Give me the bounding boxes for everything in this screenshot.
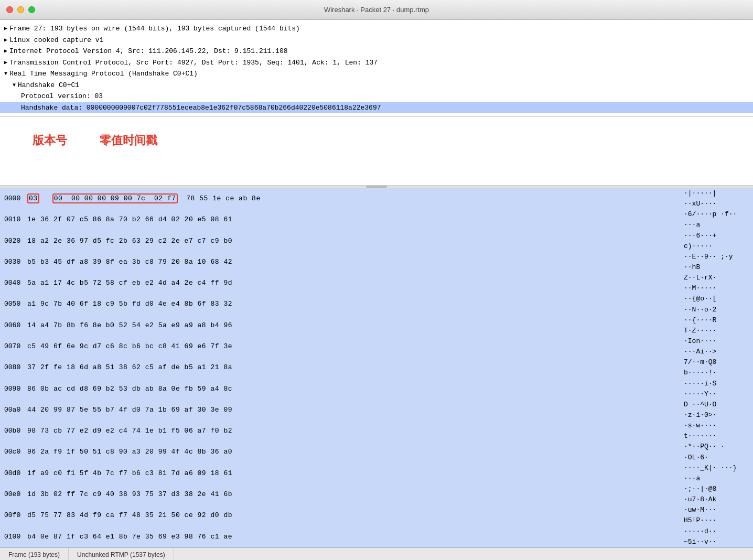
hex-ascii-00f0: ·uw·M··· H5!P···· [675,505,749,526]
tab-unchunked-label: Unchunked RTMP (1537 bytes) [77,551,165,558]
hex-row-00e0: 00e0 1d 3b 02 ff 7c c9 40 38 93 75 37 d3… [0,484,753,505]
expand-arrow-handshake[interactable]: ▼ [13,81,16,89]
expand-arrow-tcp[interactable]: ▶ [4,59,7,67]
hex-ascii-0050: ··{@o··[ ··N··o·2 [675,294,749,315]
tree-label-ipv4: Internet Protocol Version 4, Src: 111.20… [9,46,288,57]
hex-row-00c0: 00c0 96 2a f9 1f 50 51 c8 90 a3 20 99 4f… [0,441,753,462]
hex-row-0100: 0100 b4 0e 87 1f c3 64 e1 8b 7e 35 69 e3… [0,526,753,547]
annotation-banben: 版本号 [33,133,67,148]
hex-offset-00a0: 00a0 [4,405,27,415]
hex-offset-0070: 0070 [4,341,27,352]
hex-row-00b0: 00b0 98 73 cb 77 e2 d9 e2 c4 74 1e b1 f5… [0,421,753,441]
hex-bytes-0030: b5 b3 45 df a8 39 8f ea 3b c8 79 20 8a 1… [27,257,675,267]
hex-bytes-0060: 14 a4 7b 8b f6 8e b0 52 54 e2 5a e9 a9 a… [27,320,675,331]
hex-ascii-0100: ·····d·· ~5i··v·· [675,526,749,547]
hex-row-0020: 0020 18 a2 2e 36 97 d5 fc 2b 63 29 c2 2e… [0,231,753,252]
hex-offset-0060: 0060 [4,320,27,331]
tree-label-frame: Frame 27: 193 bytes on wire (1544 bits),… [9,24,300,34]
hex-bytes-0000: 03 00 00 00 00 09 00 7c 02 f7 78 55 1e c… [27,193,675,204]
tree-label-handshake-data: Handshake data: 0000000009007c02f778551e… [21,103,381,113]
hex-bytes-0040: 5a a1 17 4c b5 72 58 cf eb e2 4d a4 2e c… [27,278,675,288]
hex-offset-00f0: 00f0 [4,510,27,521]
tab-frame[interactable]: Frame (193 bytes) [0,548,69,560]
hex-row-0070: 0070 c5 49 6f 6e 9c d7 c6 8c b6 bc c8 41… [0,336,753,357]
hex-row-0010: 0010 1e 36 2f 07 c5 86 8a 70 b2 66 d4 02… [0,209,753,230]
tree-row-handshake[interactable]: ▼ Handshake C0+C1 [0,80,753,91]
tree-row-ipv4[interactable]: ▶ Internet Protocol Version 4, Src: 111.… [0,46,753,57]
hex-offset-0000: 0000 [4,193,27,204]
hex-offset-0050: 0050 [4,299,27,309]
tree-row-linux[interactable]: ▶ Linux cooked capture v1 [0,35,753,46]
hex-ascii-0020: ···6···+ c)····· [675,231,749,252]
expand-arrow-rtmp[interactable]: ▼ [4,70,7,78]
tree-label-protocol-ver: Protocol version: 03 [21,91,103,102]
hex-row-00f0: 00f0 d5 75 77 83 4d f9 ca f7 48 35 21 50… [0,505,753,526]
hex-ascii-0070: ·Ion···· ···Ai··> [675,336,749,357]
hex-row-0080: 0080 37 2f fe 18 6d a8 51 38 62 c5 af de… [0,357,753,378]
hex-offset-0090: 0090 [4,384,27,394]
scroll-indicator [366,186,387,188]
hex-bytes-00c0: 96 2a f9 1f 50 51 c8 90 a3 20 99 4f 4c 8… [27,447,675,457]
hex-ascii-00d0: ····_K|· ···}···a [675,463,749,484]
hex-offset-00d0: 00d0 [4,468,27,479]
maximize-button[interactable] [28,6,35,13]
hex-bytes-0080: 37 2f fe 18 6d a8 51 38 62 c5 af de b5 a… [27,362,675,373]
hex-offset-00e0: 00e0 [4,489,27,500]
tree-label-linux: Linux cooked capture v1 [9,35,103,46]
hex-offset-0100: 0100 [4,532,27,542]
annotation-area: 版本号 零值时间戳 [0,117,753,185]
hex-row-00a0: 00a0 44 20 99 87 5e 55 b7 4f d0 7a 1b 69… [0,400,753,421]
tab-unchunked[interactable]: Unchunked RTMP (1537 bytes) [69,548,174,560]
hex-ascii-00c0: ·*··PQ·· · ·OL·6· [675,441,749,462]
hex-offset-0020: 0020 [4,236,27,246]
hex-row-00d0: 00d0 1f a9 c0 f1 5f 4b 7c f7 b6 c3 81 7d… [0,463,753,484]
hex-row-0030: 0030 b5 b3 45 df a8 39 8f ea 3b c8 79 20… [0,252,753,273]
hex-bytes-0100: b4 0e 87 1f c3 64 e1 8b 7e 35 69 e3 98 7… [27,532,675,542]
red-box-version: 03 [27,193,39,203]
hex-bytes-0010: 1e 36 2f 07 c5 86 8a 70 b2 66 d4 02 20 e… [27,214,675,225]
hex-offset-00c0: 00c0 [4,447,27,457]
hex-row-0040: 0040 5a a1 17 4c b5 72 58 cf eb e2 4d a4… [0,273,753,294]
tree-label-tcp: Transmission Control Protocol, Src Port:… [9,58,378,68]
tree-row-frame[interactable]: ▶ Frame 27: 193 bytes on wire (1544 bits… [0,23,753,35]
expand-arrow-frame[interactable]: ▶ [4,25,7,33]
hex-row-0000: 0000 03 00 00 00 00 09 00 7c 02 f7 78 55… [0,188,753,209]
hex-bytes-00d0: 1f a9 c0 f1 5f 4b 7c f7 b6 c3 81 7d a6 0… [27,468,675,479]
hex-ascii-0030: ··E··9·· ;·y ··hB [675,252,749,273]
expand-arrow-linux[interactable]: ▶ [4,36,7,44]
bottom-tab-bar: Frame (193 bytes) Unchunked RTMP (1537 b… [0,547,753,560]
hex-ascii-00b0: ·s·w···· t······· [675,421,749,441]
hex-bytes-00b0: 98 73 cb 77 e2 d9 e2 c4 74 1e b1 f5 06 a… [27,426,675,436]
tree-row-tcp[interactable]: ▶ Transmission Control Protocol, Src Por… [0,57,753,69]
hex-bytes-0050: a1 9c 7b 40 6f 18 c9 5b fd d0 4e e4 8b 6… [27,299,675,309]
hex-offset-0030: 0030 [4,257,27,267]
hex-bytes-00a0: 44 20 99 87 5e 55 b7 4f d0 7a 1b 69 af 3… [27,405,675,415]
tree-label-handshake: Handshake C0+C1 [18,80,79,91]
hex-row-0090: 0090 86 0b ac cd d8 69 b2 53 db ab 8a 0e… [0,379,753,400]
hex-ascii-00e0: ·;··|·@8 ·u7·8·Ak [675,484,749,505]
expand-arrow-ipv4[interactable]: ▶ [4,47,7,55]
hex-ascii-0090: ·····i·S ·····Y·· [675,379,749,400]
hex-bytes-0070: c5 49 6f 6e 9c d7 c6 8c b6 bc c8 41 69 e… [27,341,675,352]
tree-row-protocol-ver[interactable]: Protocol version: 03 [0,91,753,102]
hex-pane: 0000 03 00 00 00 00 09 00 7c 02 f7 78 55… [0,188,753,547]
tree-row-rtmp[interactable]: ▼ Real Time Messaging Protocol (Handshak… [0,68,753,80]
hex-bytes-0090: 86 0b ac cd d8 69 b2 53 db ab 8a 0e fb 5… [27,384,675,394]
hex-row-0050: 0050 a1 9c 7b 40 6f 18 c9 5b fd d0 4e e4… [0,294,753,315]
red-box-timestamp: 00 00 00 00 09 00 7c 02 f7 [52,193,178,203]
main-content: ▶ Frame 27: 193 bytes on wire (1544 bits… [0,20,753,560]
hex-ascii-0010: ·6/····p ·f·· ···a [675,209,749,230]
close-button[interactable] [6,6,13,13]
hex-bytes-00e0: 1d 3b 02 ff 7c c9 40 38 93 75 37 d3 38 2… [27,489,675,500]
tab-frame-label: Frame (193 bytes) [8,551,60,558]
hex-offset-0080: 0080 [4,362,27,373]
hex-ascii-0060: ··{····R T·Z····· [675,315,749,336]
hex-ascii-0040: Z··L·rX· ··M····· [675,273,749,294]
window-title: Wireshark · Packet 27 · dump.rtmp [324,6,429,14]
hex-ascii-0000: ·|·····| ··xU···· [675,188,749,209]
packet-tree-pane: ▶ Frame 27: 193 bytes on wire (1544 bits… [0,20,753,117]
tree-row-handshake-data[interactable]: Handshake data: 0000000009007c02f778551e… [0,102,753,114]
minimize-button[interactable] [17,6,24,13]
hex-bytes-0020: 18 a2 2e 36 97 d5 fc 2b 63 29 c2 2e e7 c… [27,236,675,246]
hex-offset-00b0: 00b0 [4,426,27,436]
